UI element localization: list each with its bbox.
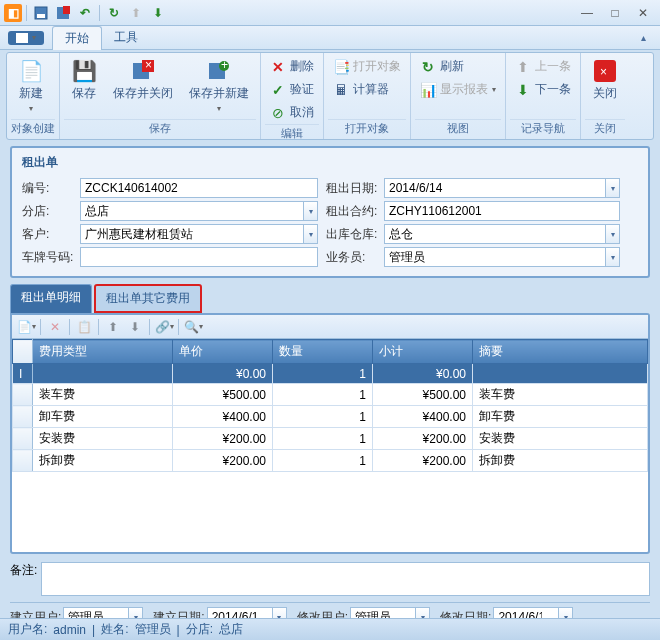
svg-text:×: ×: [145, 60, 152, 72]
refresh-icon: ↻: [420, 59, 436, 75]
new-icon: 📄: [19, 59, 43, 83]
maximize-button[interactable]: □: [602, 4, 628, 22]
table-row[interactable]: 卸车费¥400.001¥400.00卸车费: [13, 406, 648, 428]
open-object-button: 📑打开对象: [328, 55, 406, 78]
new-button[interactable]: 📄 新建▾: [11, 55, 51, 117]
svg-rect-1: [37, 14, 45, 18]
app-icon: ◧: [4, 4, 22, 22]
col-type[interactable]: 费用类型: [33, 340, 173, 364]
grid-new-button[interactable]: 📄▾: [16, 318, 36, 336]
tab-start[interactable]: 开始: [52, 26, 102, 50]
grid-up-button: ⬆: [103, 318, 123, 336]
close-window-button[interactable]: ✕: [630, 4, 656, 22]
qat-refresh-icon[interactable]: ↻: [104, 3, 124, 23]
check-icon: ✓: [270, 82, 286, 98]
code-field[interactable]: [80, 178, 318, 198]
group-label: 视图: [415, 119, 501, 137]
grid-toolbar: 📄▾ ✕ 📋 ⬆ ⬇ 🔗▾ 🔍▾: [12, 315, 648, 339]
chevron-down-icon[interactable]: ▾: [606, 247, 620, 267]
panel-title: 租出单: [22, 154, 638, 175]
statusbar: 用户名:admin | 姓名:管理员 | 分店:总店: [0, 618, 660, 640]
group-label: 保存: [64, 119, 256, 137]
col-qty[interactable]: 数量: [273, 340, 373, 364]
file-menu-button[interactable]: ▾: [8, 31, 44, 45]
report-icon: 📊: [420, 82, 436, 98]
save-new-button[interactable]: +保存并新建▾: [182, 55, 256, 117]
tab-detail[interactable]: 租出单明细: [10, 284, 92, 313]
warehouse-field[interactable]: [384, 224, 606, 244]
calculator-button[interactable]: 🖩计算器: [328, 78, 406, 101]
up-icon: ⬆: [515, 59, 531, 75]
down-icon: ⬇: [515, 82, 531, 98]
form-panel: 租出单 编号: 租出日期:▾ 分店:▾ 租出合约: 客户:▾ 出库仓库:▾ 车牌…: [10, 146, 650, 278]
calculator-icon: 🖩: [333, 82, 349, 98]
titlebar: ◧ ↶ ↻ ⬆ ⬇ ― □ ✕: [0, 0, 660, 26]
open-icon: 📑: [333, 59, 349, 75]
svg-text:+: +: [221, 60, 228, 72]
branch-field[interactable]: [80, 201, 304, 221]
delete-icon: ✕: [270, 59, 286, 75]
qat-save-icon[interactable]: [31, 3, 51, 23]
svg-rect-3: [63, 6, 70, 14]
plate-field[interactable]: [80, 247, 318, 267]
verify-button[interactable]: ✓验证: [265, 78, 319, 101]
remark-label: 备注:: [10, 562, 37, 579]
chevron-down-icon[interactable]: ▾: [304, 201, 318, 221]
close-button[interactable]: ×关闭: [585, 55, 625, 106]
save-button[interactable]: 💾保存: [64, 55, 104, 106]
group-label: 编辑: [265, 124, 319, 142]
minimize-button[interactable]: ―: [574, 4, 600, 22]
col-price[interactable]: 单价: [173, 340, 273, 364]
svg-text:×: ×: [600, 65, 607, 79]
col-subtotal[interactable]: 小计: [373, 340, 473, 364]
qat-next-icon[interactable]: ⬇: [148, 3, 168, 23]
grid-delete-button: ✕: [45, 318, 65, 336]
save-new-icon: +: [207, 59, 231, 83]
cancel-button[interactable]: ⊘取消: [265, 101, 319, 124]
table-row[interactable]: 安装费¥200.001¥200.00安装费: [13, 428, 648, 450]
grid-search-button[interactable]: 🔍▾: [183, 318, 203, 336]
qat-prev-icon: ⬆: [126, 3, 146, 23]
remark-field[interactable]: [41, 562, 650, 596]
report-button: 📊显示报表▾: [415, 78, 501, 101]
chevron-down-icon[interactable]: ▾: [606, 224, 620, 244]
grid-link-button[interactable]: 🔗▾: [154, 318, 174, 336]
grid-copy-button: 📋: [74, 318, 94, 336]
refresh-button[interactable]: ↻刷新: [415, 55, 501, 78]
group-label: 对象创建: [11, 119, 55, 137]
chevron-down-icon[interactable]: ▾: [304, 224, 318, 244]
save-close-icon: ×: [131, 59, 155, 83]
grid-panel: 📄▾ ✕ 📋 ⬆ ⬇ 🔗▾ 🔍▾ 费用类型 单价 数量 小计 摘要 I¥0.00…: [10, 313, 650, 554]
contract-field[interactable]: [384, 201, 620, 221]
col-remark[interactable]: 摘要: [473, 340, 648, 364]
next-button[interactable]: ⬇下一条: [510, 78, 576, 101]
table-row[interactable]: I¥0.001¥0.00: [13, 364, 648, 384]
qat-undo-icon[interactable]: ↶: [75, 3, 95, 23]
collapse-ribbon-icon[interactable]: ▴: [635, 32, 652, 43]
table-row[interactable]: 装车费¥500.001¥500.00装车费: [13, 384, 648, 406]
prev-button: ⬆上一条: [510, 55, 576, 78]
delete-button[interactable]: ✕删除: [265, 55, 319, 78]
chevron-down-icon[interactable]: ▾: [606, 178, 620, 198]
ribbon: 📄 新建▾ 对象创建 💾保存 ×保存并关闭 +保存并新建▾ 保存 ✕删除 ✓验证…: [6, 52, 654, 140]
grid-down-button: ⬇: [125, 318, 145, 336]
save-close-button[interactable]: ×保存并关闭: [106, 55, 180, 106]
staff-field[interactable]: [384, 247, 606, 267]
group-label: 记录导航: [510, 119, 576, 137]
detail-tabs: 租出单明细 租出单其它费用: [10, 284, 650, 313]
tab-other-fees[interactable]: 租出单其它费用: [94, 284, 202, 313]
group-label: 打开对象: [328, 119, 406, 137]
close-icon: ×: [593, 59, 617, 83]
customer-field[interactable]: [80, 224, 304, 244]
table-row[interactable]: 拆卸费¥200.001¥200.00拆卸费: [13, 450, 648, 472]
tab-tools[interactable]: 工具: [102, 26, 150, 49]
cancel-icon: ⊘: [270, 105, 286, 121]
menubar: ▾ 开始 工具 ▴: [0, 26, 660, 50]
fee-grid: 费用类型 单价 数量 小计 摘要 I¥0.001¥0.00装车费¥500.001…: [12, 339, 648, 472]
save-icon: 💾: [72, 59, 96, 83]
group-label: 关闭: [585, 119, 625, 137]
date-field[interactable]: [384, 178, 606, 198]
qat-saveclose-icon[interactable]: [53, 3, 73, 23]
